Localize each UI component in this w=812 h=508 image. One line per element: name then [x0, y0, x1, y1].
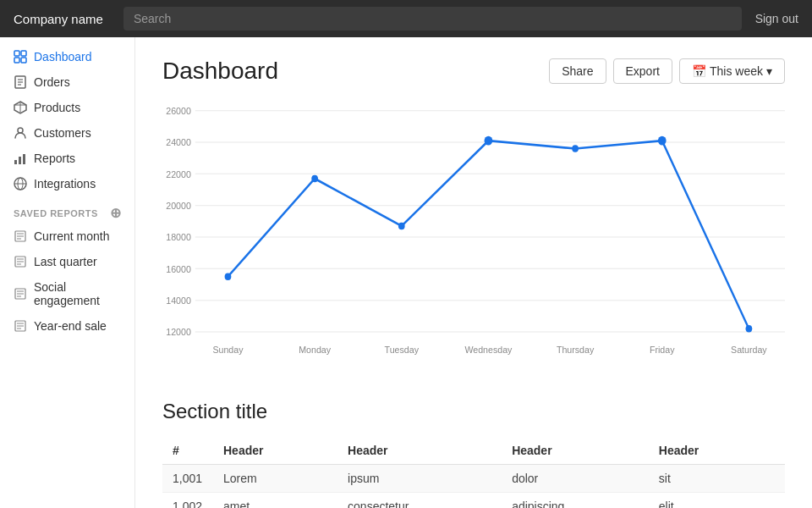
svg-point-11 [18, 128, 23, 133]
table-row: 1,002ametconsecteturadipiscingelit [162, 493, 785, 509]
data-table: #HeaderHeaderHeaderHeader 1,001Loremipsu… [162, 437, 785, 508]
sidebar-item-customers[interactable]: Customers [0, 120, 134, 146]
table-header-header: Header [502, 437, 649, 465]
add-report-button[interactable]: ⊕ [110, 207, 122, 220]
saved-reports-text: SAVED REPORTS [14, 208, 98, 218]
sidebar-item-dashboard[interactable]: Dashboard [0, 44, 134, 69]
svg-text:22000: 22000 [166, 168, 191, 179]
topbar: Company name Sign out [0, 0, 812, 37]
saved-report-label-last-quarter: Last quarter [34, 255, 97, 268]
table-header-num: # [162, 437, 213, 465]
svg-text:Sunday: Sunday [212, 344, 243, 355]
svg-text:Friday: Friday [650, 344, 675, 355]
section-title: Section title [162, 400, 785, 423]
table-cell-r1-c1: amet [213, 493, 337, 509]
table-cell-r0-c0: 1,001 [162, 465, 213, 493]
saved-reports-label: SAVED REPORTS⊕ [0, 196, 134, 224]
table-header-header: Header [337, 437, 502, 465]
sidebar-item-orders[interactable]: Orders [0, 69, 134, 95]
svg-point-60 [485, 136, 493, 146]
signout-button[interactable]: Sign out [755, 12, 798, 25]
sidebar-item-last-quarter[interactable]: Last quarter [0, 249, 134, 274]
saved-report-label-year-end-sale: Year-end sale [34, 319, 107, 333]
report-file-icon [14, 287, 27, 301]
export-button[interactable]: Export [613, 58, 672, 84]
chart-svg: 26000 24000 22000 20000 18000 16000 1400… [162, 102, 785, 373]
table-head: #HeaderHeaderHeaderHeader [162, 437, 785, 465]
table-cell-r1-c4: elit [649, 493, 785, 509]
sidebar-item-year-end-sale[interactable]: Year-end sale [0, 313, 134, 339]
table-cell-r0-c1: Lorem [213, 465, 337, 493]
svg-rect-14 [23, 154, 25, 164]
svg-rect-2 [14, 58, 19, 63]
header-actions: Share Export 📅 This week ▾ [549, 58, 785, 84]
table-cell-r1-c0: 1,002 [162, 493, 213, 509]
svg-text:Saturday: Saturday [731, 344, 767, 355]
sidebar-label-dashboard: Dashboard [34, 50, 92, 64]
layout: DashboardOrdersProductsCustomersReportsI… [0, 37, 812, 508]
person-icon [14, 126, 27, 140]
page-header: Dashboard Share Export 📅 This week ▾ [162, 58, 785, 85]
svg-text:16000: 16000 [166, 263, 191, 274]
table-cell-r0-c2: ipsum [337, 465, 502, 493]
file-icon [14, 75, 27, 89]
svg-text:12000: 12000 [166, 327, 191, 338]
report-file-icon [14, 255, 27, 268]
svg-point-57 [225, 273, 232, 280]
sidebar-item-products[interactable]: Products [0, 95, 134, 120]
period-button[interactable]: 📅 This week ▾ [679, 58, 785, 84]
saved-report-label-current-month: Current month [34, 229, 109, 243]
sidebar-item-current-month[interactable]: Current month [0, 224, 134, 249]
svg-point-61 [572, 145, 579, 152]
svg-text:20000: 20000 [166, 200, 191, 211]
brand-name: Company name [14, 12, 103, 26]
page-title: Dashboard [162, 58, 278, 85]
sidebar-item-integrations[interactable]: Integrations [0, 171, 134, 196]
sidebar-label-reports: Reports [34, 152, 75, 165]
svg-text:24000: 24000 [166, 137, 191, 148]
share-button[interactable]: Share [549, 58, 606, 84]
table-cell-r0-c4: sit [649, 465, 785, 493]
svg-point-63 [746, 325, 753, 333]
sidebar-label-products: Products [34, 101, 80, 114]
tag-icon [14, 101, 27, 114]
table-cell-r1-c2: consectetur [337, 493, 502, 509]
sidebar: DashboardOrdersProductsCustomersReportsI… [0, 37, 135, 508]
svg-point-59 [398, 223, 405, 230]
search-input[interactable] [123, 7, 742, 30]
report-file-icon [14, 229, 27, 243]
svg-point-58 [311, 175, 318, 183]
svg-rect-13 [19, 157, 21, 164]
period-label: This week [710, 64, 763, 78]
svg-text:18000: 18000 [166, 232, 191, 243]
svg-text:26000: 26000 [166, 105, 191, 116]
sidebar-label-customers: Customers [34, 126, 91, 140]
svg-text:Wednesday: Wednesday [464, 344, 512, 355]
svg-rect-12 [14, 160, 17, 164]
svg-rect-3 [21, 58, 26, 63]
svg-text:Tuesday: Tuesday [385, 344, 420, 355]
calendar-icon: 📅 [692, 64, 706, 78]
main-content: Dashboard Share Export 📅 This week ▾ [135, 37, 812, 508]
saved-report-label-social-engagement: Social engagement [34, 280, 121, 307]
svg-rect-0 [14, 51, 19, 56]
svg-text:14000: 14000 [166, 295, 191, 306]
sidebar-item-social-engagement[interactable]: Social engagement [0, 274, 134, 313]
svg-point-62 [658, 136, 667, 146]
sidebar-label-orders: Orders [34, 75, 70, 89]
chevron-down-icon: ▾ [766, 64, 772, 78]
sidebar-item-reports[interactable]: Reports [0, 146, 134, 171]
table-row: 1,001Loremipsumdolorsit [162, 465, 785, 493]
table-header-header: Header [213, 437, 337, 465]
table-cell-r0-c3: dolor [502, 465, 649, 493]
layers-icon [14, 177, 27, 190]
svg-text:Monday: Monday [299, 344, 331, 355]
report-file-icon [14, 319, 27, 333]
table-header-row: #HeaderHeaderHeaderHeader [162, 437, 785, 465]
table-body: 1,001Loremipsumdolorsit1,002ametconsecte… [162, 465, 785, 509]
table-header-header: Header [649, 437, 785, 465]
svg-text:Thursday: Thursday [557, 344, 595, 355]
line-chart: 26000 24000 22000 20000 18000 16000 1400… [162, 102, 785, 373]
table-cell-r1-c3: adipiscing [502, 493, 649, 509]
sidebar-label-integrations: Integrations [34, 177, 96, 190]
